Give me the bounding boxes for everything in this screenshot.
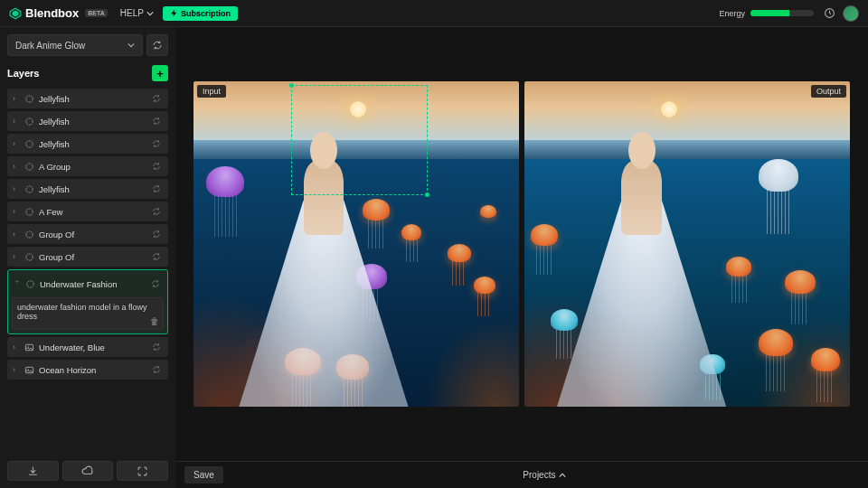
layer-item[interactable]: ›Group Of bbox=[7, 247, 168, 267]
energy-meter: Energy bbox=[719, 9, 814, 18]
layer-item[interactable]: ›A Few bbox=[7, 202, 168, 221]
layer-name: Jellyfish bbox=[39, 139, 147, 149]
svg-point-4 bbox=[26, 117, 33, 124]
chevron-right-icon: › bbox=[13, 117, 20, 126]
expand-icon bbox=[137, 465, 148, 477]
layer-item[interactable]: ›Jellyfish bbox=[7, 134, 168, 154]
chevron-right-icon: › bbox=[13, 139, 20, 148]
layer-refresh-icon[interactable] bbox=[152, 94, 163, 103]
download-button[interactable] bbox=[7, 461, 59, 481]
help-menu[interactable]: HELP bbox=[120, 8, 154, 18]
layers-list: ›Jellyfish›Jellyfish›Jellyfish›A Group›J… bbox=[7, 89, 168, 452]
sidebar: Dark Anime Glow Layers + ›Jellyfish›Jell… bbox=[0, 27, 175, 488]
output-canvas[interactable]: Output bbox=[524, 81, 850, 407]
chevron-down-icon bbox=[146, 10, 154, 17]
output-label: Output bbox=[811, 85, 846, 98]
input-canvas[interactable]: Input bbox=[193, 81, 519, 407]
download-icon bbox=[27, 465, 39, 477]
svg-point-6 bbox=[26, 163, 33, 169]
image-icon bbox=[24, 365, 34, 375]
layer-refresh-icon[interactable] bbox=[152, 230, 163, 239]
input-label: Input bbox=[197, 85, 226, 98]
cloud-icon bbox=[81, 465, 94, 477]
layer-item[interactable]: ›Underwater, Blue bbox=[7, 337, 168, 357]
avatar[interactable] bbox=[843, 5, 859, 22]
svg-marker-1 bbox=[13, 10, 19, 16]
chevron-down-icon bbox=[127, 42, 135, 49]
canvas-area: Input bbox=[175, 27, 868, 488]
brand-name: Blendbox bbox=[25, 6, 79, 20]
reload-icon bbox=[24, 184, 34, 194]
top-bar: Blendbox BETA HELP Subscription Energy bbox=[0, 0, 868, 27]
layer-item-active[interactable]: ›Underwater Fashionunderwater fashion mo… bbox=[7, 269, 168, 334]
layer-refresh-icon[interactable] bbox=[152, 117, 163, 126]
chevron-right-icon: › bbox=[13, 343, 20, 352]
reload-icon bbox=[24, 207, 34, 217]
projects-menu[interactable]: Projects bbox=[523, 470, 566, 480]
subscription-button[interactable]: Subscription bbox=[163, 6, 238, 21]
layer-name: Underwater, Blue bbox=[39, 343, 147, 352]
layer-item[interactable]: ›Ocean Horizon bbox=[7, 360, 168, 380]
refresh-icon bbox=[152, 40, 163, 51]
layer-name: Underwater Fashion bbox=[40, 279, 146, 289]
chevron-up-icon bbox=[559, 472, 566, 479]
svg-point-11 bbox=[27, 280, 33, 286]
layer-refresh-icon[interactable] bbox=[152, 252, 163, 261]
reload-icon bbox=[24, 94, 34, 104]
add-layer-button[interactable]: + bbox=[152, 65, 168, 81]
layer-refresh-icon[interactable] bbox=[151, 279, 162, 288]
chevron-down-icon: › bbox=[13, 280, 22, 287]
layer-name: Jellyfish bbox=[39, 94, 147, 104]
svg-point-3 bbox=[26, 95, 33, 101]
reload-icon bbox=[25, 279, 35, 289]
layer-refresh-icon[interactable] bbox=[152, 184, 163, 193]
layer-item[interactable]: ›Jellyfish bbox=[7, 111, 168, 131]
layer-item[interactable]: ›Group Of bbox=[7, 224, 168, 244]
layer-refresh-icon[interactable] bbox=[152, 207, 163, 216]
beta-badge: BETA bbox=[85, 9, 108, 17]
layer-refresh-icon[interactable] bbox=[152, 139, 163, 148]
selection-box[interactable] bbox=[291, 85, 428, 195]
layer-name: Group Of bbox=[39, 252, 147, 262]
svg-point-9 bbox=[26, 230, 33, 237]
chevron-right-icon: › bbox=[13, 184, 20, 193]
svg-point-10 bbox=[26, 253, 33, 259]
bottom-bar: Save Projects bbox=[175, 461, 868, 488]
save-button[interactable]: Save bbox=[184, 466, 223, 483]
chevron-right-icon: › bbox=[13, 252, 20, 261]
layer-refresh-icon[interactable] bbox=[152, 343, 163, 352]
chevron-right-icon: › bbox=[13, 207, 20, 216]
delete-icon[interactable]: 🗑 bbox=[150, 316, 159, 326]
chevron-right-icon: › bbox=[13, 94, 20, 103]
image-icon bbox=[24, 343, 34, 352]
layer-name: A Group bbox=[39, 162, 147, 172]
expand-button[interactable] bbox=[117, 461, 168, 481]
model-figure bbox=[557, 120, 726, 407]
layer-item[interactable]: ›Jellyfish bbox=[7, 89, 168, 108]
layer-refresh-icon[interactable] bbox=[152, 162, 163, 171]
chevron-right-icon: › bbox=[13, 365, 20, 374]
prompt-input[interactable]: underwater fashion model in a flowy dres… bbox=[12, 297, 164, 330]
cloud-button[interactable] bbox=[62, 461, 114, 481]
bolt-icon bbox=[170, 9, 178, 17]
layer-name: A Few bbox=[39, 207, 147, 217]
style-select[interactable]: Dark Anime Glow bbox=[7, 34, 143, 56]
history-button[interactable] bbox=[823, 7, 835, 20]
layer-item[interactable]: ›A Group bbox=[7, 156, 168, 176]
reload-icon bbox=[24, 117, 34, 127]
reload-icon bbox=[24, 162, 34, 172]
refresh-style-button[interactable] bbox=[146, 34, 168, 56]
layers-title: Layers bbox=[7, 68, 39, 79]
layer-name: Ocean Horizon bbox=[39, 365, 147, 375]
logo: Blendbox BETA bbox=[9, 6, 108, 20]
svg-point-8 bbox=[26, 208, 33, 214]
reload-icon bbox=[24, 252, 34, 262]
energy-bar bbox=[750, 10, 814, 16]
chevron-right-icon: › bbox=[13, 230, 20, 239]
layer-name: Jellyfish bbox=[39, 184, 147, 194]
chevron-right-icon: › bbox=[13, 162, 20, 171]
svg-point-7 bbox=[26, 185, 33, 192]
layer-item[interactable]: ›Jellyfish bbox=[7, 179, 168, 199]
reload-icon bbox=[24, 139, 34, 149]
layer-refresh-icon[interactable] bbox=[152, 365, 163, 374]
